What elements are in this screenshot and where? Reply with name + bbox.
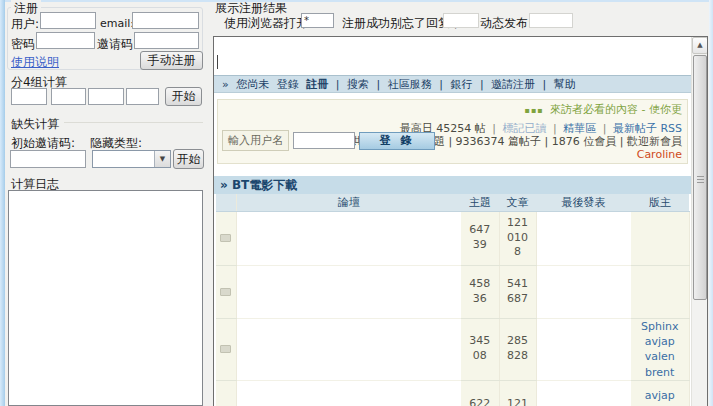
usage-instructions-link[interactable]: 使用说明 xyxy=(11,54,59,71)
vertical-scrollbar[interactable]: ▲ xyxy=(691,37,708,406)
manual-register-button[interactable]: 手动注册 xyxy=(140,51,203,70)
group4-input-4[interactable] xyxy=(126,88,159,105)
forum-icon xyxy=(220,234,231,242)
table-row: 34508 285828 Sphinx avjap valen brent xyxy=(216,318,689,381)
email-input[interactable] xyxy=(132,12,199,29)
scrollbar-grip xyxy=(697,176,704,183)
forum-icon xyxy=(220,288,231,296)
nav-link-help[interactable]: 幫助 xyxy=(554,78,576,91)
forum-table: 論壇 主題 文章 最後發表 版主 64739 1210108 45836 541… xyxy=(216,194,690,406)
table-row: 64739 1210108 xyxy=(216,211,689,265)
open-browser-input[interactable] xyxy=(301,13,334,28)
scrollbar-arrow-up-icon[interactable]: ▲ xyxy=(692,37,708,54)
last-post-cell[interactable] xyxy=(536,381,631,406)
forum-stats-box: ▪▪▪ 來訪者必看的內容 - 使你更 最高日 45254 帖 | 標記已讀 | … xyxy=(217,99,688,164)
nav-link-invite-register[interactable]: 邀請注册 xyxy=(491,78,535,91)
topics-count: 45836 xyxy=(461,265,499,318)
topics-count: 6229 xyxy=(461,381,499,406)
last-post-cell[interactable] xyxy=(536,265,631,318)
newest-member-link[interactable]: Caroline xyxy=(637,148,682,161)
login-button[interactable]: 登 錄 xyxy=(359,132,435,150)
password-label: 密码: xyxy=(11,36,39,53)
nav-separator: | xyxy=(480,78,484,91)
register-group-title: 注册 xyxy=(11,0,41,17)
nav-login-link[interactable]: 登錄 xyxy=(277,78,299,91)
nav-link-bank[interactable]: 銀行 xyxy=(450,78,472,91)
nav-link-community-service[interactable]: 社區服務 xyxy=(388,78,432,91)
missing-calc-title: 缺失计算 xyxy=(11,116,59,133)
forum-name-cell[interactable] xyxy=(236,381,461,406)
forum-name-cell[interactable] xyxy=(236,265,461,318)
posts-count: 541687 xyxy=(499,265,536,318)
scrollbar-thumb[interactable] xyxy=(693,55,707,300)
moderators-cell[interactable] xyxy=(631,265,689,318)
announcement-line[interactable]: ▪▪▪ 來訪者必看的內容 - 使你更 xyxy=(524,102,682,117)
nav-separator: | xyxy=(336,78,340,91)
invite-code-label: 邀请码: xyxy=(97,36,137,53)
initial-invite-input[interactable] xyxy=(10,150,86,168)
reply-input[interactable] xyxy=(443,13,479,28)
window-right-border xyxy=(709,0,713,406)
moderators-cell[interactable] xyxy=(631,211,689,265)
calc-log-textarea[interactable] xyxy=(8,190,203,406)
table-row: 6229 121279 avjap valen brent xyxy=(216,381,689,406)
nav-register-link[interactable]: 註冊 xyxy=(306,78,328,91)
quick-login-row: 輸入用户名 登 錄 xyxy=(222,130,435,151)
nav-separator: | xyxy=(543,78,547,91)
col-header-last-post: 最後發表 xyxy=(536,194,631,211)
username-input[interactable] xyxy=(293,132,355,149)
moderators-cell[interactable]: avjap valen brent xyxy=(631,381,689,406)
moderators-cell[interactable]: Sphinx avjap valen brent xyxy=(631,318,689,381)
forum-icon xyxy=(220,345,231,353)
email-label: email: xyxy=(100,17,134,30)
nav-separator: | xyxy=(439,78,443,91)
open-browser-label: 使用浏览器打开: xyxy=(224,15,312,32)
browser-view: » 您尚未 登錄 註冊 | 搜索 | 社區服務 | 銀行 | 邀請注册 | 幫助… xyxy=(213,36,708,406)
forum-name-cell[interactable] xyxy=(236,318,461,381)
group4-input-3[interactable] xyxy=(88,88,124,105)
col-header-posts: 文章 xyxy=(499,194,536,211)
section-header-bt-movies[interactable]: » BT電影下載 xyxy=(214,176,692,194)
topics-count: 34508 xyxy=(461,318,499,381)
col-header-topics: 主題 xyxy=(461,194,499,211)
nav-not-logged-label: 您尚未 xyxy=(236,78,269,91)
last-post-cell[interactable] xyxy=(536,211,631,265)
nav-link-search[interactable]: 搜索 xyxy=(347,78,369,91)
col-header-forum: 論壇 xyxy=(236,194,461,211)
forum-navbar: » 您尚未 登錄 註冊 | 搜索 | 社區服務 | 銀行 | 邀請注册 | 幫助 xyxy=(214,75,692,93)
app-window: 注册 用户: email: 密码: 邀请码: 使用说明 手动注册 分4组计算 开… xyxy=(0,0,713,406)
missing-start-button[interactable]: 开始 xyxy=(173,149,204,169)
nav-separator: | xyxy=(376,78,380,91)
group4-input-2[interactable] xyxy=(51,88,86,105)
password-input[interactable] xyxy=(36,32,95,49)
invite-code-input[interactable] xyxy=(134,32,199,49)
forum-name-cell[interactable] xyxy=(236,211,461,265)
username-label: 輸入用户名 xyxy=(222,130,289,151)
dynamic-publish-input[interactable] xyxy=(529,13,573,28)
user-input[interactable] xyxy=(40,12,96,29)
window-top-border xyxy=(0,0,713,2)
posts-count: 1210108 xyxy=(499,211,536,265)
user-label: 用户: xyxy=(11,16,39,33)
posts-count: 121279 xyxy=(499,381,536,406)
hidden-type-select[interactable]: ▼ xyxy=(92,150,171,168)
table-row: 45836 541687 xyxy=(216,265,689,318)
col-header-moderator: 版主 xyxy=(631,194,689,211)
announcement-text: 來訪者必看的內容 - 使你更 xyxy=(550,103,682,116)
text-caret xyxy=(217,55,218,69)
last-post-cell[interactable] xyxy=(536,318,631,381)
group4-input-1[interactable] xyxy=(11,88,47,105)
missing-calc-divider xyxy=(64,122,203,123)
nav-arrow: » xyxy=(222,78,229,91)
chevron-down-icon: ▼ xyxy=(154,151,170,167)
table-header-row: 論壇 主題 文章 最後發表 版主 xyxy=(216,194,689,211)
posts-count: 285828 xyxy=(499,318,536,381)
dynamic-publish-label: 动态发布: xyxy=(480,15,532,32)
group4-start-button[interactable]: 开始 xyxy=(165,87,202,106)
window-left-border xyxy=(0,0,5,406)
topics-count: 64739 xyxy=(461,211,499,265)
announcement-bullets-icon: ▪▪▪ xyxy=(524,106,543,115)
